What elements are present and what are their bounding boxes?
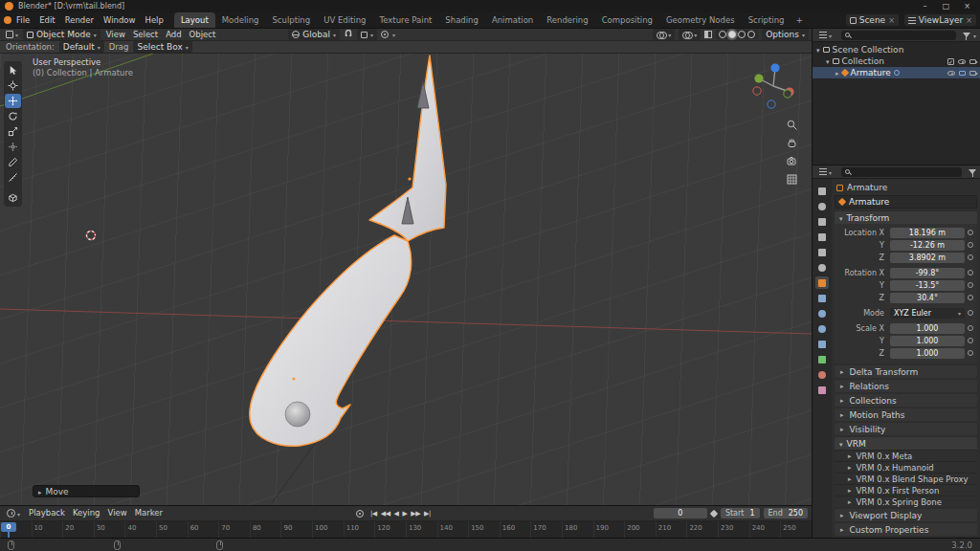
proportional-editing-toggle[interactable]: [381, 31, 389, 38]
workspace-tab-animation[interactable]: Animation: [485, 12, 540, 28]
properties-tab-material[interactable]: [815, 368, 829, 381]
transport-jump-to-end[interactable]: ▶|: [424, 510, 431, 518]
properties-filter-icon[interactable]: [969, 169, 976, 174]
operator-panel[interactable]: Move: [33, 485, 140, 497]
workspace-tab-modeling[interactable]: Modeling: [215, 12, 266, 28]
snap-target-dropdown[interactable]: [357, 29, 377, 40]
panel-visibility[interactable]: Visibility: [835, 423, 977, 435]
shading-material-button[interactable]: [738, 31, 746, 38]
shading-wireframe-button[interactable]: [719, 31, 726, 38]
keying-set-icon[interactable]: [710, 509, 718, 517]
panel-vrm-0.x-first-person[interactable]: VRM 0.x First Person: [835, 484, 977, 496]
outliner-row-scene-collection[interactable]: Scene Collection: [813, 44, 980, 55]
tool-scale[interactable]: [5, 124, 21, 139]
shading-rendered-button[interactable]: [747, 31, 755, 38]
minimize-button[interactable]: –: [917, 0, 933, 12]
animate-decorator[interactable]: [965, 270, 975, 276]
close-button[interactable]: ×: [959, 0, 975, 12]
tool-measure[interactable]: [5, 170, 21, 185]
panel-collections[interactable]: Collections: [835, 394, 977, 407]
editor-type-button[interactable]: [3, 30, 21, 39]
shading-solid-button[interactable]: [728, 31, 736, 38]
panel-relations[interactable]: Relations: [835, 380, 977, 392]
location-y-field[interactable]: -12.26 m: [890, 240, 965, 251]
properties-tab-constraints[interactable]: [815, 338, 829, 350]
camera-icon[interactable]: [969, 59, 976, 64]
tool-annotate[interactable]: [5, 155, 21, 169]
properties-search-field[interactable]: [841, 167, 962, 177]
properties-tab-object[interactable]: [815, 276, 829, 289]
timeline-editor-button[interactable]: [4, 509, 23, 518]
eye-icon[interactable]: [947, 71, 955, 76]
panel-vrm-0.x-blend-shape-proxy[interactable]: VRM 0.x Blend Shape Proxy: [835, 473, 977, 484]
timeline-menu-keying[interactable]: Keying: [69, 505, 104, 521]
current-frame-field[interactable]: 0: [654, 508, 707, 518]
panel-vrm-0.x-humanoid[interactable]: VRM 0.x Humanoid: [835, 461, 977, 473]
workspace-tab-texture-paint[interactable]: Texture Paint: [373, 12, 439, 28]
eye-icon[interactable]: [958, 59, 966, 64]
perspective-toggle-icon[interactable]: [786, 173, 798, 186]
outliner-editor-button[interactable]: [816, 31, 835, 40]
tool-add-cube[interactable]: [5, 190, 21, 205]
menu-render[interactable]: Render: [60, 12, 99, 29]
filter-icon[interactable]: [963, 33, 970, 37]
panel-motion-paths[interactable]: Motion Paths: [835, 408, 977, 421]
tool-transform[interactable]: [5, 140, 21, 154]
transport-play[interactable]: ▶: [402, 510, 407, 518]
timeline-ruler[interactable]: 0102030405060708090100110120130140150160…: [0, 521, 812, 538]
outliner-row-collection[interactable]: Collection: [813, 55, 980, 67]
maximize-button[interactable]: □: [938, 0, 954, 12]
viewport-menu-view[interactable]: View: [102, 27, 129, 43]
workspace-tab-compositing[interactable]: Compositing: [595, 12, 659, 28]
workspace-tab-geometry-nodes[interactable]: Geometry Nodes: [659, 12, 742, 28]
xray-toggle[interactable]: [704, 31, 712, 38]
properties-tab-data[interactable]: [815, 353, 829, 365]
viewport-menu-select[interactable]: Select: [129, 27, 162, 43]
workspace-tab-sculpting[interactable]: Sculpting: [265, 12, 317, 28]
workspace-tab-shading[interactable]: Shading: [438, 12, 485, 28]
render-visibility-icon[interactable]: [969, 71, 976, 76]
expander-icon[interactable]: [826, 56, 830, 66]
panel-vrm-0.x-meta[interactable]: VRM 0.x Meta: [835, 450, 977, 461]
orientation-dropdown[interactable]: Global: [288, 29, 340, 40]
filter-dropdown[interactable]: [973, 31, 976, 40]
location-x-field[interactable]: 18.196 m: [890, 228, 965, 238]
rotation-z-field[interactable]: 30.4°: [890, 293, 965, 303]
properties-editor-button[interactable]: [816, 167, 835, 177]
transport-jump-to-start[interactable]: |◀: [370, 510, 377, 518]
properties-tab-view-layer[interactable]: [815, 231, 829, 243]
animate-decorator[interactable]: [965, 230, 975, 235]
pan-hand-icon[interactable]: [786, 137, 798, 149]
expander-icon[interactable]: [835, 68, 839, 77]
properties-tab-output[interactable]: [815, 215, 829, 228]
app-menu-icon[interactable]: [4, 16, 11, 24]
object-name-field[interactable]: Armature: [835, 195, 977, 209]
properties-tab-modifiers[interactable]: [815, 292, 829, 304]
mode-dropdown[interactable]: Object Mode: [23, 29, 100, 40]
rotation-mode-dropdown[interactable]: XYZ Euler: [890, 308, 965, 319]
checkbox-icon[interactable]: [947, 58, 954, 65]
tool-cursor[interactable]: [5, 78, 21, 93]
timeline-menu-playback[interactable]: Playback: [25, 505, 69, 521]
tool-select-box[interactable]: [5, 63, 21, 77]
panel-transform-header[interactable]: Transform: [835, 211, 977, 224]
animate-decorator[interactable]: [965, 310, 975, 316]
viewlayer-selector[interactable]: ViewLayer ×: [904, 14, 976, 26]
options-dropdown[interactable]: Options: [762, 29, 809, 40]
auto-keying-toggle[interactable]: [356, 510, 364, 518]
timeline-playhead[interactable]: 0: [1, 521, 16, 538]
viewport-menu-add[interactable]: Add: [162, 27, 185, 43]
tool-orientation-dropdown[interactable]: Default: [59, 41, 104, 53]
properties-tab-texture[interactable]: [815, 384, 829, 396]
add-workspace-button[interactable]: +: [791, 12, 808, 28]
show-gizmo-dropdown[interactable]: [653, 29, 675, 40]
scale-x-field[interactable]: 1.000: [890, 323, 965, 334]
timeline-menu-view[interactable]: View: [104, 505, 131, 521]
start-frame-field[interactable]: Start 1: [721, 508, 760, 518]
end-frame-field[interactable]: End 250: [764, 508, 808, 518]
animate-decorator[interactable]: [965, 338, 975, 343]
drag-mode-dropdown[interactable]: Select Box: [133, 41, 191, 53]
proportional-dropdown[interactable]: [392, 30, 395, 39]
scale-y-field[interactable]: 1.000: [890, 336, 965, 346]
panel-custom-properties[interactable]: Custom Properties: [835, 523, 977, 536]
